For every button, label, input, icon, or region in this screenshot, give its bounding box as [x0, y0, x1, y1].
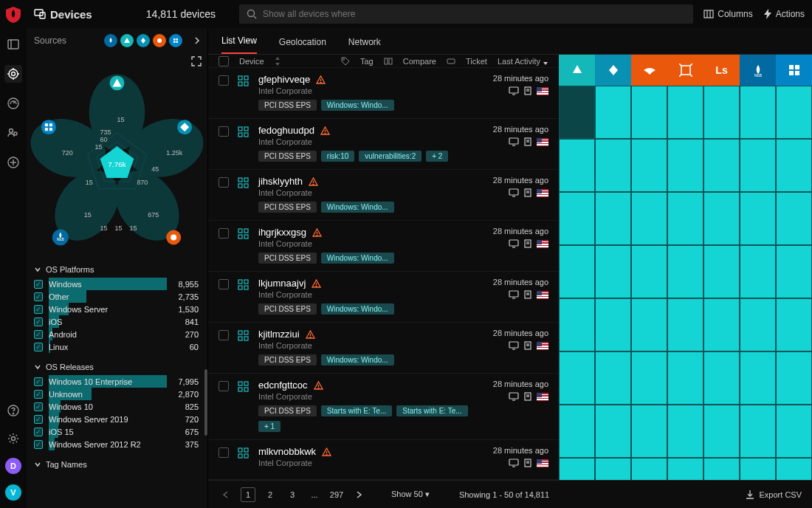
matrix-cell[interactable] — [631, 86, 667, 139]
checkbox[interactable] — [34, 415, 43, 424]
matrix-cell[interactable] — [776, 298, 812, 351]
matrix-cell[interactable] — [559, 405, 595, 458]
row-checkbox[interactable] — [219, 228, 229, 238]
expand-icon[interactable] — [191, 56, 202, 66]
matrix-cell[interactable] — [631, 458, 667, 480]
tag-chip[interactable]: Windows: Windo... — [321, 202, 394, 213]
matrix-cell[interactable] — [631, 245, 667, 298]
matrix-cell[interactable] — [631, 298, 667, 351]
matrix-cell[interactable] — [776, 405, 812, 458]
matrix-cell[interactable] — [776, 192, 812, 245]
row-checkbox[interactable] — [219, 447, 229, 458]
facet-row[interactable]: Other 2,735 — [34, 290, 200, 303]
matrix-cell[interactable] — [703, 192, 740, 245]
matrix-cell[interactable] — [631, 192, 667, 245]
page-number[interactable]: 3 — [285, 487, 300, 502]
facet-toggle[interactable]: OS Releases — [34, 359, 200, 375]
matrix-col-header[interactable] — [776, 55, 812, 86]
tag-chip[interactable]: PCI DSS EPS — [258, 100, 317, 111]
checkbox[interactable] — [34, 330, 43, 339]
checkbox[interactable] — [34, 343, 43, 351]
matrix-cell[interactable] — [595, 458, 631, 480]
matrix-cell[interactable] — [559, 298, 595, 351]
tag-chip[interactable]: Starts with E: Te... — [396, 405, 467, 416]
table-row[interactable]: kjitlmzziui Intel Corporate PCI DSS EPSW… — [208, 323, 559, 374]
page-prev[interactable] — [219, 487, 233, 502]
facet-row[interactable]: iOS 15 675 — [34, 425, 200, 438]
tag-chip[interactable]: + 2 — [426, 151, 448, 162]
page-next[interactable] — [351, 487, 366, 502]
tag-chip[interactable]: Windows: Windo... — [321, 253, 394, 264]
checkbox[interactable] — [34, 292, 43, 301]
matrix-col-header[interactable] — [667, 55, 703, 86]
col-tag[interactable]: Tag — [360, 57, 374, 66]
matrix-cell[interactable] — [703, 139, 740, 192]
matrix-cell[interactable] — [667, 245, 703, 298]
sidebar-scrollbar[interactable] — [204, 59, 207, 501]
row-checkbox[interactable] — [219, 381, 229, 391]
matrix-cell[interactable] — [667, 405, 703, 458]
facet-toggle[interactable]: Tag Names — [34, 456, 200, 473]
facet-row[interactable]: Windows 8,955 — [34, 278, 200, 290]
nav-add-icon[interactable] — [4, 154, 22, 171]
matrix-cell[interactable] — [703, 86, 740, 139]
tag-chip[interactable]: PCI DSS EPS — [258, 354, 317, 365]
facet-row[interactable]: Windows 10 825 — [34, 400, 200, 413]
tag-chip[interactable]: PCI DSS EPS — [258, 303, 317, 315]
matrix-cell[interactable] — [740, 192, 776, 245]
nav-users-icon[interactable] — [4, 124, 22, 142]
checkbox[interactable] — [34, 305, 43, 314]
tag-chip[interactable]: PCI DSS EPS — [258, 253, 317, 264]
tag-chip[interactable]: Starts with E: Te... — [321, 405, 392, 416]
checkbox[interactable] — [34, 428, 43, 436]
matrix-cell[interactable] — [776, 139, 812, 192]
table-row[interactable]: fedoghuudpd Intel Corporate PCI DSS EPSr… — [208, 119, 559, 170]
matrix-cell[interactable] — [740, 405, 776, 458]
matrix-col-header[interactable] — [631, 55, 667, 86]
matrix-cell[interactable] — [667, 139, 703, 192]
source-icon[interactable] — [120, 34, 134, 47]
checkbox[interactable] — [34, 318, 43, 326]
matrix-cell[interactable] — [559, 86, 595, 139]
matrix-cell[interactable] — [703, 351, 740, 405]
tab-list-view[interactable]: List View — [221, 35, 257, 54]
tag-chip[interactable]: Windows: Windo... — [321, 303, 394, 315]
tag-chip[interactable]: risk:10 — [321, 151, 354, 162]
matrix-cell[interactable] — [667, 86, 703, 139]
matrix-cell[interactable] — [703, 245, 740, 298]
facet-row[interactable]: Windows Server 1,530 — [34, 303, 200, 315]
matrix-col-header[interactable]: Ls — [703, 55, 740, 86]
col-ticket[interactable]: Ticket — [466, 57, 487, 66]
matrix-cell[interactable] — [667, 298, 703, 351]
facet-toggle[interactable]: OS Platforms — [34, 261, 200, 278]
matrix-cell[interactable] — [776, 245, 812, 298]
matrix-cell[interactable] — [595, 351, 631, 405]
nav-dashboard-icon[interactable] — [4, 95, 22, 112]
tag-chip[interactable]: PCI DSS EPS — [258, 405, 317, 416]
tag-chip[interactable]: + 1 — [258, 421, 281, 432]
table-row[interactable]: gfephivveqe Intel Corporate PCI DSS EPSW… — [208, 68, 559, 119]
matrix-cell[interactable] — [595, 405, 631, 458]
matrix-cell[interactable] — [559, 245, 595, 298]
tag-chip[interactable]: Windows: Windo... — [321, 354, 394, 365]
tag-chip[interactable]: Windows: Windo... — [321, 100, 394, 111]
facet-row[interactable]: Unknown 2,870 — [34, 388, 200, 400]
source-icon[interactable] — [153, 34, 166, 47]
facet-row[interactable]: Android 270 — [34, 328, 200, 340]
row-checkbox[interactable] — [219, 279, 229, 289]
matrix-cell[interactable] — [631, 351, 667, 405]
actions-button[interactable]: Actions — [763, 9, 805, 19]
help-icon[interactable] — [4, 402, 22, 419]
matrix-cell[interactable] — [631, 405, 667, 458]
matrix-col-header[interactable]: NEB — [740, 55, 776, 86]
nav-devices-icon[interactable] — [4, 65, 22, 83]
matrix-cell[interactable] — [667, 351, 703, 405]
nav-panel-icon[interactable] — [4, 35, 22, 53]
sort-icon[interactable] — [275, 57, 281, 66]
tag-chip[interactable]: PCI DSS EPS — [258, 202, 317, 213]
table-row[interactable]: ihgrjkxxgsg Intel Corporate PCI DSS EPSW… — [208, 221, 559, 272]
columns-button[interactable]: Columns — [703, 9, 752, 19]
matrix-cell[interactable] — [595, 139, 631, 192]
matrix-cell[interactable] — [595, 192, 631, 245]
matrix-cell[interactable] — [595, 245, 631, 298]
